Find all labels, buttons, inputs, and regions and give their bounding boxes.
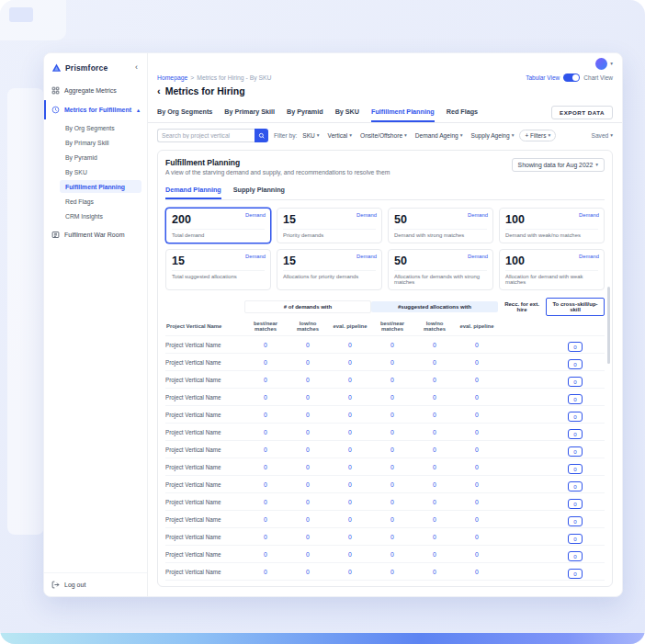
panel-tab-demand-planning[interactable]: Demand Planning [165,181,221,199]
sidebar-subitem-by-sku[interactable]: By SKU [60,165,141,178]
table-row: Project Vertical Name0000000 [165,580,605,582]
cell-value: 0 [287,481,329,488]
chevron-down-icon[interactable]: ▾ [610,62,613,67]
tabular-view-label[interactable]: Tabular View [526,74,560,81]
breadcrumb-home-link[interactable]: Homepage [157,74,187,81]
cell-value: 0 [456,569,498,575]
row-project-vertical-name: Project Vertical Name [165,425,244,439]
period-dropdown[interactable]: Showing data for Aug 2022 ▾ [512,158,605,172]
metric-card-total-demand[interactable]: Demand200Total demand [165,208,271,243]
cross-skill-count-button[interactable]: 0 [568,342,582,352]
cross-skill-count-button[interactable]: 0 [568,499,582,509]
filter-dropdown-onsite-offshore[interactable]: Onsite/Offshore▾ [360,132,407,139]
filter-dropdown-supply-ageing[interactable]: Supply Ageing▾ [471,132,515,139]
sidebar-subitem-by-primary-skill[interactable]: By Primary Skill [60,136,141,149]
filter-dropdown-vertical[interactable]: Vertical▾ [328,132,352,139]
sidebar-subitem-by-org-segments[interactable]: By Org Segments [60,121,141,134]
cell-value: 0 [329,481,371,488]
more-filters-button[interactable]: + Filters ▾ [519,130,556,141]
cell-cross-skill: 0 [546,493,605,510]
cell-value: 0 [371,464,413,470]
metric-card-priority-demands[interactable]: Demand15Priority demands [277,208,382,243]
filter-dropdown-demand-ageing[interactable]: Demand Ageing▾ [415,132,463,139]
cell-value: 0 [244,359,287,366]
metric-card-demand-with-weak-no-matches[interactable]: Demand100Demand with weak/no matches [499,208,605,243]
cell-value: 0 [371,394,413,401]
sidebar-subitem-crm-insights[interactable]: CRM Insights [60,209,141,222]
cell-value: 0 [371,569,413,575]
cross-skill-count-button[interactable]: 0 [568,481,582,491]
cross-skill-count-button[interactable]: 0 [568,516,582,526]
cross-skill-count-button[interactable]: 0 [568,377,582,387]
sidebar-collapse-button[interactable]: ‹ [133,63,140,72]
cell-value: 0 [244,499,287,505]
metric-card-total-suggested-allocations[interactable]: Demand15Total suggested allocations [165,249,271,290]
cell-value: 0 [287,377,329,383]
row-project-vertical-name: Project Vertical Name [165,356,244,369]
sidebar-item-aggregate-metrics[interactable]: Aggregate Metrics [44,81,147,100]
cross-skill-count-button[interactable]: 0 [568,394,582,404]
back-button[interactable]: ‹ [157,86,161,96]
cell-cross-skill: 0 [546,458,605,475]
tab-red-flags[interactable]: Red Flags [447,102,478,122]
metric-badge: Demand [468,212,488,218]
metric-card-demand-with-strong-matches[interactable]: Demand50Demand with strong matches [388,208,493,243]
sidebar: Prismforce ‹ Aggregate Metrics Metrics f… [44,53,148,596]
cell-value: 0 [371,342,413,348]
cell-cross-skill: 0 [546,441,605,458]
table-group-header: # of demands with #suggested allocations… [165,298,605,316]
cross-skill-count-button[interactable]: 0 [568,551,582,561]
sidebar-nav: Aggregate Metrics Metrics for Fulfillmen… [44,81,147,244]
filter-dropdown-label: Vertical [328,132,348,139]
group-header-cross-skill[interactable]: To cross-skill/up-skill [546,298,605,316]
tab-by-pyramid[interactable]: By Pyramid [287,102,323,122]
cross-skill-count-button[interactable]: 0 [568,429,582,439]
sidebar-subitem-by-pyramid[interactable]: By Pyramid [60,151,141,164]
row-project-vertical-name: Project Vertical Name [165,495,244,509]
chart-view-label[interactable]: Chart View [583,74,613,81]
metric-label: Demand with strong matches [394,229,487,238]
tab-by-sku[interactable]: By SKU [335,102,359,122]
cross-skill-count-button[interactable]: 0 [568,534,582,544]
cell-value: 0 [287,429,329,435]
cross-skill-count-button[interactable]: 0 [568,446,582,457]
export-data-button[interactable]: EXPORT DATA [551,106,613,119]
cross-skill-count-button[interactable]: 0 [568,464,582,474]
cross-skill-count-button[interactable]: 0 [568,359,582,369]
tab-by-primary-skill[interactable]: By Primary Skill [224,102,275,122]
search-input[interactable] [157,129,255,142]
cell-cross-skill: 0 [546,476,605,492]
panel-tab-supply-planning[interactable]: Supply Planning [233,181,285,199]
sidebar-item-metrics-for-fulfillment[interactable]: Metrics for Fulfillment ▴ [44,100,147,119]
tab-fulfillment-planning[interactable]: Fulfillment Planning [371,102,435,122]
sidebar-subitem-fulfillment-planning[interactable]: Fulfillment Planning [60,180,141,193]
sidebar-subitem-red-flags[interactable]: Red Flags [60,195,141,208]
cell-cross-skill: 0 [546,389,605,405]
scrollbar-thumb[interactable] [607,287,610,364]
tab-by-org-segments[interactable]: By Org Segments [157,102,212,122]
search-button[interactable] [255,129,268,142]
filter-dropdown-sku[interactable]: SKU▾ [302,132,319,139]
metric-card-allocations-for-priority-demands[interactable]: Demand15Allocations for priority demands [277,249,382,290]
metric-card-allocation-for-demand-with-weak-matches[interactable]: Demand100Allocation for demand with weak… [499,249,605,290]
column-header-cross-empty [546,322,605,330]
grid-icon [51,86,60,95]
metric-card-allocations-for-demands-with-strong-matches[interactable]: Demand50Allocations for demands with str… [388,249,493,290]
cross-skill-count-button[interactable]: 0 [568,569,582,579]
sidebar-item-fulfilment-war-room[interactable]: Fulfilment War Room [44,225,147,244]
logout-button[interactable]: Log out [44,572,147,596]
cell-value: 0 [413,481,456,488]
cell-value: 0 [244,446,287,453]
cell-value: 0 [244,569,287,575]
cell-value: 0 [456,359,498,366]
cell-value: 0 [244,516,287,523]
tab-bar: By Org SegmentsBy Primary SkillBy Pyrami… [148,102,622,123]
cell-value: 0 [413,499,456,505]
cross-skill-count-button[interactable]: 0 [568,412,582,422]
filter-dropdown-label: Onsite/Offshore [360,132,402,139]
table-row: Project Vertical Name0000000 [165,440,605,458]
saved-dropdown[interactable]: Saved ▾ [592,132,613,139]
view-toggle-switch[interactable] [563,73,580,82]
logout-label: Log out [64,582,85,588]
avatar[interactable] [595,58,607,70]
